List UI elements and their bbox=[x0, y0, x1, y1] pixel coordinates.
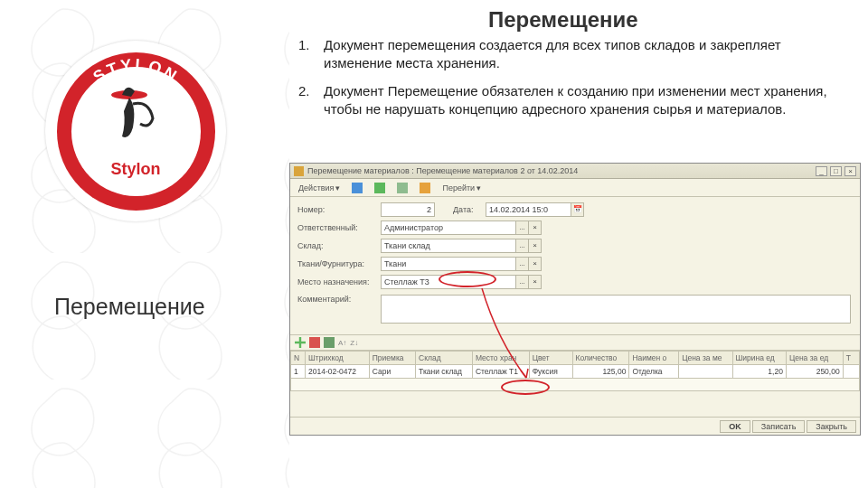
ok-button[interactable]: OK bbox=[720, 420, 750, 433]
maximize-button[interactable]: □ bbox=[830, 166, 842, 176]
refresh-icon bbox=[397, 183, 408, 193]
data-grid[interactable]: N Штрихкод Приемка Склад Место хран Цвет… bbox=[290, 351, 860, 391]
delete-row-icon[interactable] bbox=[309, 337, 320, 348]
bullet-list: 1. Документ перемещения создается для вс… bbox=[298, 36, 850, 127]
toolbar-btn-3[interactable] bbox=[392, 181, 412, 195]
sort-desc-icon[interactable]: Z↓ bbox=[350, 339, 358, 347]
save-button[interactable]: Записать bbox=[752, 420, 805, 433]
edit-row-icon[interactable] bbox=[324, 337, 335, 348]
dest-select-button[interactable]: ... bbox=[516, 275, 529, 289]
number-input[interactable]: 2 bbox=[381, 202, 435, 217]
toolbar: Действия ▾ Перейти ▾ bbox=[290, 179, 860, 197]
date-input[interactable]: 14.02.2014 15:0 bbox=[486, 202, 571, 217]
toolbar-btn-2[interactable] bbox=[370, 181, 390, 195]
svg-text:STYLON: STYLON bbox=[90, 55, 182, 86]
comment-label: Комментарий: bbox=[297, 295, 381, 304]
dest-clear-button[interactable]: × bbox=[529, 275, 542, 289]
sklad-input[interactable]: Ткани склад bbox=[381, 239, 516, 253]
actions-menu[interactable]: Действия ▾ bbox=[294, 182, 344, 194]
resp-label: Ответственный: bbox=[297, 223, 381, 232]
sklad-select-button[interactable]: ... bbox=[516, 239, 529, 253]
table-row-empty[interactable] bbox=[291, 379, 860, 391]
logo: STYLON ШВЕЙНОЕ ПРОИЗВОДСТВО Stylon bbox=[45, 41, 226, 221]
resp-input[interactable]: Администратор bbox=[381, 221, 516, 235]
tkani-label: Ткани/Фурнитура: bbox=[297, 259, 381, 268]
window-title: Перемещение материалов : Перемещение мат… bbox=[307, 166, 816, 175]
tkani-select-button[interactable]: ... bbox=[516, 257, 529, 271]
tkani-clear-button[interactable]: × bbox=[529, 257, 542, 271]
sklad-label: Склад: bbox=[297, 241, 381, 250]
close-button[interactable]: × bbox=[844, 166, 856, 176]
titlebar: Перемещение материалов : Перемещение мат… bbox=[290, 164, 860, 179]
minimize-button[interactable]: _ bbox=[816, 166, 827, 176]
bullet-2: 2. Документ Перемещение обязателен к соз… bbox=[298, 82, 850, 119]
add-row-icon[interactable] bbox=[295, 337, 306, 348]
post-icon bbox=[374, 183, 385, 193]
date-label: Дата: bbox=[453, 205, 486, 214]
tkani-input[interactable]: Ткани bbox=[381, 257, 516, 271]
toolbar-btn-1[interactable] bbox=[347, 181, 367, 195]
grid-header-row: N Штрихкод Приемка Склад Место хран Цвет… bbox=[291, 352, 860, 365]
side-title: Перемещение bbox=[54, 294, 205, 320]
comment-input[interactable] bbox=[381, 295, 851, 324]
logo-brand: Stylon bbox=[104, 160, 167, 179]
sklad-clear-button[interactable]: × bbox=[529, 239, 542, 253]
table-row[interactable]: 1 2014-02-0472 Сари Ткани склад Стеллаж … bbox=[291, 365, 860, 379]
resp-select-button[interactable]: ... bbox=[516, 221, 529, 235]
toolbar-btn-4[interactable] bbox=[415, 181, 435, 195]
app-window: Перемещение материалов : Перемещение мат… bbox=[289, 163, 861, 436]
window-icon bbox=[294, 166, 304, 176]
save-icon bbox=[352, 183, 363, 193]
grid-toolbar: A↑ Z↓ bbox=[290, 334, 860, 351]
logo-ring-top: STYLON bbox=[90, 55, 182, 86]
bottom-bar: OK Записать Закрыть bbox=[290, 417, 860, 435]
bullet-1: 1. Документ перемещения создается для вс… bbox=[298, 36, 850, 73]
number-label: Номер: bbox=[297, 205, 381, 214]
close-dialog-button[interactable]: Закрыть bbox=[807, 420, 856, 433]
resp-clear-button[interactable]: × bbox=[529, 221, 542, 235]
report-icon bbox=[420, 183, 430, 193]
dest-input[interactable]: Стеллаж Т3 bbox=[381, 275, 516, 289]
page-title: Перемещение bbox=[488, 7, 638, 33]
date-picker-button[interactable]: 📅 bbox=[571, 202, 584, 217]
sort-asc-icon[interactable]: A↑ bbox=[338, 339, 346, 347]
dest-label: Место назначения: bbox=[297, 277, 381, 286]
go-menu[interactable]: Перейти ▾ bbox=[438, 182, 486, 194]
